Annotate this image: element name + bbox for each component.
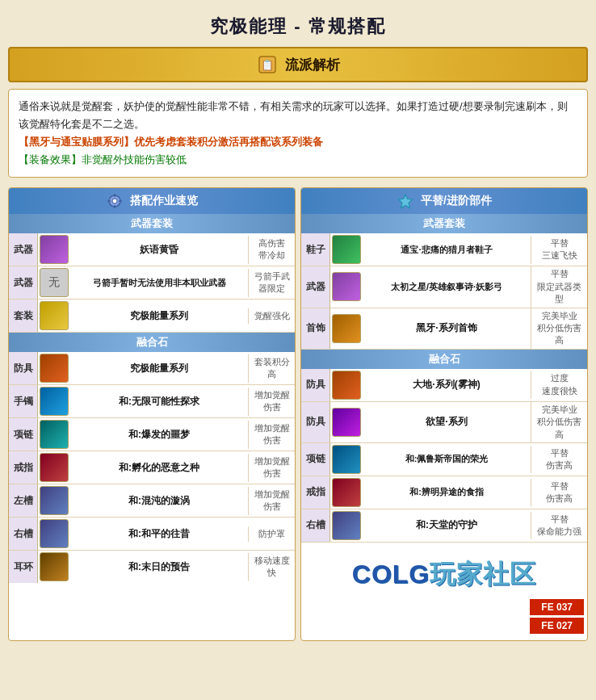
- item-name: 究极能量系列: [70, 308, 248, 325]
- item-icon: [332, 371, 361, 400]
- table-row: 武器 太初之星/英雄叙事诗·妖影弓 平替限定武器类型: [301, 266, 587, 308]
- left-weapon-set-header: 武器套装: [9, 214, 295, 233]
- item-name: 和:天堂的守护: [363, 517, 531, 534]
- item-name: 太初之星/英雄叙事诗·妖影弓: [363, 279, 531, 295]
- item-category: 武器: [9, 233, 38, 266]
- svg-rect-4: [114, 194, 115, 197]
- item-desc: 平替限定武器类型: [531, 266, 587, 307]
- item-icon: [40, 453, 69, 482]
- table-row: 项链 和:爆发的噩梦 增加觉醒伤害: [9, 418, 295, 451]
- item-category: 防具: [9, 352, 38, 384]
- table-row: 防具 究极能量系列 套装积分高: [9, 352, 295, 385]
- table-row: 武器 妖语黄昏 高伤害带冷却: [9, 233, 295, 266]
- item-category: 武器: [301, 266, 330, 307]
- table-row: 防具 大地·系列(雾神) 过度速度很快: [301, 369, 587, 402]
- table-row: 右槽 和:天堂的守护 平替保命能力强: [301, 509, 587, 543]
- item-icon: [40, 552, 69, 581]
- table-row: 套装 究极能量系列 觉醒强化: [9, 300, 295, 333]
- analysis-line2: 【装备效果】非觉醒外技能伤害较低: [19, 151, 577, 169]
- item-desc: 防护罩: [248, 526, 295, 542]
- item-category: 右槽: [9, 518, 38, 550]
- table-row: 戒指 和:辨明异途的食指 平替伤害高: [301, 476, 587, 509]
- two-col-layout: 搭配作业速览 武器套装 武器 妖语黄昏 高伤害带冷却 武器 无 弓箭手暂时无法使…: [8, 187, 588, 641]
- table-row: 耳环 和:末日的预告 移动速度快: [9, 551, 295, 583]
- star-icon: [397, 192, 414, 210]
- right-weapon-set-header: 武器套装: [301, 214, 587, 233]
- svg-rect-6: [107, 200, 111, 202]
- table-row: 武器 无 弓箭手暂时无法使用非本职业武器 弓箭手武器限定: [9, 266, 295, 300]
- item-desc: 增加觉醒伤害: [248, 454, 295, 482]
- analysis-body: 通俗来说就是觉醒套，妖护使的觉醒性能非常不错，有相关需求的玩家可以选择。如果打造…: [19, 98, 577, 133]
- item-name: 黑牙·系列首饰: [363, 320, 531, 337]
- item-category: 武器: [9, 266, 38, 299]
- item-desc: 完美毕业积分低伤害高: [531, 308, 587, 349]
- item-name: 弓箭手暂时无法使用非本职业武器: [70, 275, 248, 291]
- item-category: 耳环: [9, 551, 38, 583]
- svg-marker-8: [399, 195, 413, 208]
- item-name: 大地·系列(雾神): [363, 376, 531, 393]
- item-icon: [332, 272, 361, 301]
- svg-point-3: [112, 199, 117, 203]
- item-name: 和:爆发的噩梦: [70, 426, 248, 443]
- item-category: 鞋子: [301, 233, 330, 266]
- item-icon: [332, 314, 361, 343]
- colg-logo: COLG玩家社区: [301, 549, 587, 596]
- left-column: 搭配作业速览 武器套装 武器 妖语黄昏 高伤害带冷却 武器 无 弓箭手暂时无法使…: [8, 187, 296, 641]
- item-icon: [40, 420, 69, 449]
- item-icon: [40, 519, 69, 548]
- table-row: 左槽 和:混沌的漩涡 增加觉醒伤害: [9, 484, 295, 518]
- item-icon: [40, 387, 69, 416]
- right-fusion-header: 融合石: [301, 350, 587, 369]
- item-desc: 高伤害带冷却: [248, 236, 295, 264]
- item-desc: 移动速度快: [248, 553, 295, 581]
- item-desc: 觉醒强化: [248, 308, 295, 324]
- page-container: 究极能理 - 常规搭配 📋 流派解析 通俗来说就是觉醒套，妖护使的觉醒性能非常不…: [0, 0, 596, 649]
- item-name: 通宝·悲痛的猎月者鞋子: [363, 242, 531, 258]
- analysis-icon: 📋: [256, 53, 279, 76]
- left-fusion-header: 融合石: [9, 333, 295, 352]
- left-col-header: 搭配作业速览: [9, 188, 295, 214]
- analysis-header: 📋 流派解析: [8, 47, 588, 82]
- item-category: 右槽: [301, 509, 330, 542]
- analysis-box: 通俗来说就是觉醒套，妖护使的觉醒性能非常不错，有相关需求的玩家可以选择。如果打造…: [8, 89, 588, 178]
- item-desc: 平替伤害高: [531, 446, 587, 474]
- item-desc: 平替保命能力强: [531, 512, 587, 540]
- item-desc: 过度速度很快: [531, 371, 587, 399]
- item-category: 手镯: [9, 385, 38, 417]
- item-desc: 平替三速飞快: [531, 236, 587, 264]
- item-name: 和:孵化的恶意之种: [70, 459, 248, 476]
- item-name: 妖语黄昏: [70, 241, 248, 258]
- item-desc: 增加觉醒伤害: [248, 487, 295, 515]
- svg-text:📋: 📋: [261, 58, 275, 72]
- item-icon: 无: [40, 268, 69, 297]
- item-icon: [40, 486, 69, 515]
- item-name: 究极能量系列: [70, 360, 248, 377]
- table-row: 手镯 和:无限可能性探求 增加觉醒伤害: [9, 385, 295, 418]
- item-icon: [332, 478, 361, 507]
- table-row: 项链 和:佩鲁斯帝国的荣光 平替伤害高: [301, 443, 587, 476]
- gear-icon: [106, 192, 124, 210]
- item-icon: [332, 408, 361, 437]
- item-desc: 增加觉醒伤害: [248, 388, 295, 416]
- item-category: 戒指: [9, 451, 38, 484]
- item-name: 和:和平的往昔: [70, 526, 248, 543]
- item-name: 和:混沌的漩涡: [70, 493, 248, 509]
- item-icon: [40, 301, 69, 330]
- fe-badge-2: FE 027: [530, 618, 584, 634]
- item-icon: [332, 511, 361, 540]
- item-desc: 平替伤害高: [531, 479, 587, 507]
- item-name: 和:无限可能性探求: [70, 393, 248, 410]
- item-icon: [40, 354, 69, 383]
- table-row: 防具 欲望·系列 完美毕业积分低伤害高: [301, 402, 587, 443]
- analysis-line1: 【黑牙与通宝贴膜系列】优先考虑套装积分激活再搭配该系列装备: [19, 133, 577, 151]
- right-col-title: 平替/进阶部件: [421, 194, 492, 208]
- colg-bottom: COLG玩家社区: [301, 543, 587, 599]
- item-icon: [332, 235, 361, 264]
- item-category: 戒指: [301, 476, 330, 509]
- item-category: 项链: [9, 418, 38, 451]
- svg-rect-5: [114, 205, 115, 208]
- item-name: 欲望·系列: [363, 413, 531, 430]
- item-icon: [40, 235, 69, 264]
- item-desc: 完美毕业积分低伤害高: [531, 402, 587, 442]
- left-col-title: 搭配作业速览: [130, 194, 198, 208]
